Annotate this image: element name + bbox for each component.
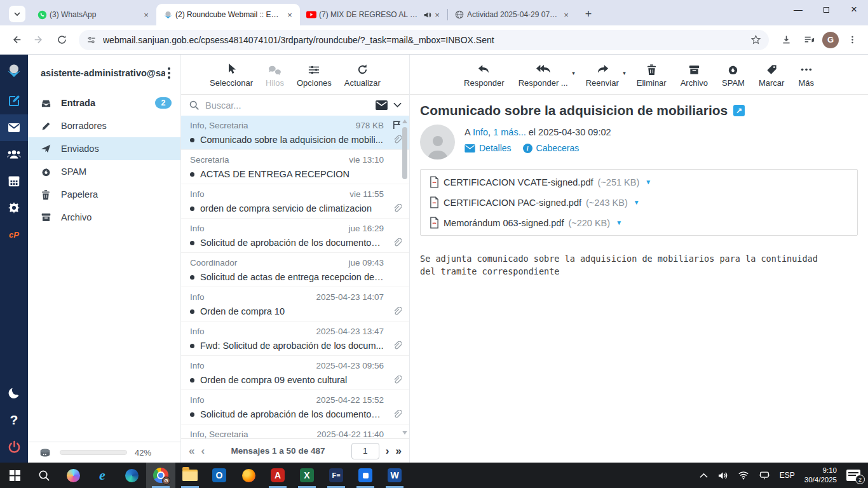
- contacts-icon[interactable]: [0, 141, 28, 168]
- message-row[interactable]: Info2025-04-23 14:07 Orden de compra 10: [181, 287, 409, 322]
- sidebar-item-borradores[interactable]: Borradores: [28, 114, 180, 137]
- attachment-name[interactable]: Memorándum 063-signed.pdf: [444, 218, 564, 228]
- tab-actividad[interactable]: Actividad 2025-04-29 07:30:00 ×: [448, 4, 576, 25]
- media-controls-icon[interactable]: [799, 30, 818, 50]
- new-tab-button[interactable]: +: [580, 6, 597, 22]
- attachment-menu-caret-icon[interactable]: ▼: [645, 179, 651, 186]
- volume-icon[interactable]: [717, 471, 728, 480]
- address-bar[interactable]: webmail.sanjuan.gob.ec/cpsess4814074101/…: [79, 30, 769, 50]
- meet-now-icon[interactable]: [759, 471, 770, 480]
- next-page-icon[interactable]: ›: [386, 445, 390, 458]
- refresh-button[interactable]: Actualizar: [344, 62, 381, 88]
- open-in-new-window-icon[interactable]: ↗: [733, 105, 745, 116]
- tab-close-icon[interactable]: ×: [432, 10, 442, 20]
- details-toggle[interactable]: Detalles: [465, 143, 512, 153]
- fes-app-icon[interactable]: F≡: [322, 463, 351, 488]
- cpanel-icon[interactable]: cP: [0, 221, 28, 248]
- compose-icon[interactable]: [0, 88, 28, 114]
- file-explorer-icon[interactable]: [175, 463, 205, 488]
- logout-power-icon[interactable]: [0, 433, 28, 460]
- first-page-icon[interactable]: «: [189, 445, 194, 458]
- page-number-input[interactable]: 1: [351, 443, 379, 459]
- reply-all-button[interactable]: Responder ... ▾: [519, 62, 568, 88]
- attachment-menu-caret-icon[interactable]: ▼: [616, 219, 622, 226]
- back-button[interactable]: [6, 30, 25, 50]
- message-row[interactable]: Info2025-04-22 15:52 Solicitud de aproba…: [181, 390, 409, 424]
- search-input[interactable]: [205, 100, 370, 111]
- prev-page-icon[interactable]: ‹: [201, 445, 205, 458]
- downloads-icon[interactable]: [776, 30, 796, 50]
- sidebar-item-papelera[interactable]: Papelera: [28, 183, 180, 206]
- reload-button[interactable]: [52, 30, 71, 50]
- tab-roundcube[interactable]: (2) Roundcube Webmail :: Envia ×: [156, 4, 300, 25]
- message-row[interactable]: Secretariavie 13:10 ACTAS DE ENTREGA REC…: [181, 150, 409, 184]
- spam-button[interactable]: SPAM: [722, 62, 745, 88]
- sidebar-item-entrada[interactable]: Entrada 2: [28, 92, 180, 114]
- tab-close-icon[interactable]: ×: [285, 10, 295, 20]
- attachment-item[interactable]: CERTIFICACION PAC-signed.pdf (~243 KB) ▼: [430, 196, 640, 208]
- help-icon[interactable]: ?: [0, 407, 28, 433]
- sidebar-item-enviados[interactable]: Enviados: [28, 137, 180, 160]
- acrobat-icon[interactable]: A: [263, 463, 292, 488]
- forward-button[interactable]: Reenviar ▾: [586, 62, 619, 88]
- taskbar-clock[interactable]: 9:10 30/4/2025: [804, 466, 837, 485]
- outlook-icon[interactable]: O: [205, 463, 234, 488]
- message-row[interactable]: Infojue 16:29 Solicitud de aprobación de…: [181, 219, 409, 253]
- mark-button[interactable]: Marcar: [759, 62, 784, 88]
- firefox-icon[interactable]: [234, 463, 263, 488]
- search-options-chevron-icon[interactable]: [393, 102, 402, 108]
- more-recipients-link[interactable]: 1 más...: [493, 127, 526, 137]
- dropdown-caret-icon[interactable]: ▾: [623, 70, 626, 76]
- sidebar-item-spam[interactable]: SPAM: [28, 160, 180, 183]
- archive-button[interactable]: Archivo: [681, 62, 708, 88]
- notification-center-icon[interactable]: 2: [846, 470, 860, 481]
- attachment-name[interactable]: CERTIFICACION PAC-signed.pdf: [444, 198, 581, 208]
- recipient-link[interactable]: Info: [473, 127, 488, 137]
- taskbar-search-icon[interactable]: [29, 463, 58, 488]
- delete-button[interactable]: Eliminar: [637, 62, 667, 88]
- start-button[interactable]: [0, 463, 29, 488]
- account-menu-icon[interactable]: [165, 65, 173, 81]
- site-settings-icon[interactable]: [86, 35, 97, 45]
- calendar-icon[interactable]: [0, 168, 28, 194]
- blue-app-icon[interactable]: [351, 463, 380, 488]
- copilot-icon[interactable]: [58, 463, 88, 488]
- list-scrollbar[interactable]: [401, 116, 409, 438]
- message-row[interactable]: Info2025-04-23 09:56 Orden de compra 09 …: [181, 356, 409, 390]
- tab-whatsapp[interactable]: (3) WhatsApp ×: [31, 4, 156, 25]
- mail-icon[interactable]: [0, 114, 28, 141]
- excel-icon[interactable]: X: [292, 463, 322, 488]
- sidebar-item-archivo[interactable]: Archivo: [28, 206, 180, 229]
- message-row[interactable]: Info2025-04-23 13:47 Fwd: Solicitud de a…: [181, 322, 409, 356]
- profile-avatar[interactable]: G: [822, 32, 839, 48]
- attachment-item[interactable]: CERTIFICACION VCATE-signed.pdf (~251 KB)…: [430, 176, 651, 188]
- attachment-item[interactable]: Memorándum 063-signed.pdf (~220 KB) ▼: [430, 217, 646, 229]
- window-restore-button[interactable]: [812, 0, 840, 19]
- language-indicator[interactable]: ESP: [780, 471, 795, 480]
- message-row[interactable]: Coordinadorjue 09:43 Solicitud de actas …: [181, 253, 409, 287]
- settings-gear-icon[interactable]: [0, 194, 28, 221]
- message-row[interactable]: Infovie 11:55 orden de compra servicio d…: [181, 184, 409, 219]
- url-text[interactable]: webmail.sanjuan.gob.ec/cpsess4814074101/…: [103, 35, 744, 45]
- more-button[interactable]: Más: [798, 62, 814, 88]
- word-icon[interactable]: W: [380, 463, 409, 488]
- edge-icon[interactable]: [117, 463, 146, 488]
- scroll-up-icon[interactable]: [402, 119, 407, 123]
- search-scope-mail-icon[interactable]: [376, 100, 388, 110]
- flag-icon[interactable]: [392, 120, 402, 130]
- scrollbar-thumb[interactable]: [402, 127, 407, 179]
- browser-menu-icon[interactable]: [843, 30, 862, 50]
- window-close-button[interactable]: ×: [840, 0, 868, 19]
- dark-mode-moon-icon[interactable]: [0, 380, 28, 407]
- tray-chevron-up-icon[interactable]: [700, 473, 708, 478]
- window-minimize-button[interactable]: —: [784, 0, 812, 19]
- tab-youtube[interactable]: (7) MIX DE REGRESO AL PA ×: [300, 4, 447, 25]
- scroll-down-icon[interactable]: [402, 431, 407, 435]
- internet-explorer-icon[interactable]: e: [88, 463, 117, 488]
- last-page-icon[interactable]: »: [396, 445, 402, 458]
- dropdown-caret-icon[interactable]: ▾: [572, 70, 575, 76]
- attachment-name[interactable]: CERTIFICACION VCATE-signed.pdf: [444, 177, 593, 187]
- wifi-icon[interactable]: [738, 471, 749, 480]
- options-button[interactable]: Opciones: [297, 62, 332, 88]
- tab-close-icon[interactable]: ×: [141, 10, 151, 20]
